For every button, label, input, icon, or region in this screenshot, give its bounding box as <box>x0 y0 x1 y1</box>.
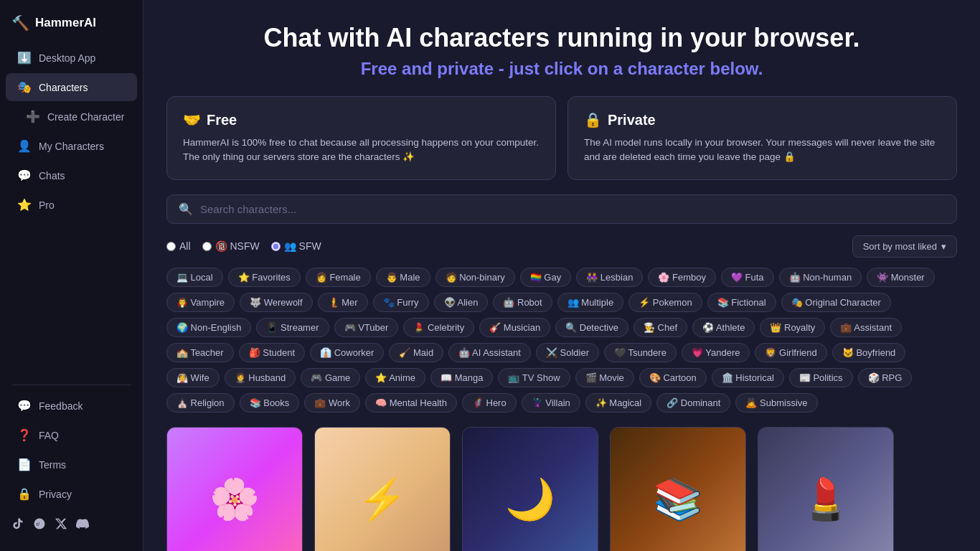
tag-vtuber[interactable]: 🎮 VTuber <box>334 318 399 337</box>
tag-chef[interactable]: 👨‍🍳 Chef <box>633 318 687 337</box>
filter-sfw[interactable]: 👥 SFW <box>271 240 321 252</box>
free-card: 🤝 Free HammerAI is 100% free to chat bec… <box>166 96 556 180</box>
tag-submissive[interactable]: 🙇 Submissive <box>735 393 817 413</box>
character-card-nanagami[interactable]: 🌙 Nanagami Rin <box>462 427 598 552</box>
tag-werewolf[interactable]: 🐺 Werewolf <box>240 293 313 312</box>
tag-work[interactable]: 💼 Work <box>304 393 360 413</box>
tag-row: 🌍 Non-English📱 Streamer🎮 VTuber💄 Celebri… <box>166 318 957 337</box>
app-logo[interactable]: 🔨 HammerAI <box>0 9 143 43</box>
tag-lesbian[interactable]: 👭 Lesbian <box>576 268 643 287</box>
tag-mental-health[interactable]: 🧠 Mental Health <box>365 393 457 413</box>
tag-tsundere[interactable]: 🖤 Tsundere <box>604 343 677 362</box>
private-card-title: 🔒 Private <box>584 111 941 128</box>
tag-femboy[interactable]: 🌸 Femboy <box>648 268 716 287</box>
tag-detective[interactable]: 🔍 Detective <box>555 318 628 337</box>
sidebar-item-terms[interactable]: 📄 Terms <box>6 451 137 479</box>
tag-alien[interactable]: 👽 Alien <box>434 293 489 312</box>
character-emoji-denki: ⚡ <box>357 476 407 523</box>
tag-furry[interactable]: 🐾 Furry <box>373 293 429 312</box>
character-card-denki[interactable]: ⚡ Streamer Bf Denki Kamanari <box>314 427 451 552</box>
tag-assistant[interactable]: 💼 Assistant <box>830 318 902 337</box>
character-card-lily[interactable]: 💄 Lily Johnson <box>758 427 894 552</box>
tag-non-english[interactable]: 🌍 Non-English <box>166 318 251 337</box>
character-emoji-cora: 📚 <box>653 476 703 523</box>
tag-maid[interactable]: 🧹 Maid <box>389 343 443 362</box>
tag-husband[interactable]: 🤵 Husband <box>225 368 296 387</box>
tag-tv-show[interactable]: 📺 TV Show <box>498 368 570 387</box>
tag-coworker[interactable]: 👔 Coworker <box>310 343 384 362</box>
tag-robot[interactable]: 🤖 Robot <box>493 293 552 312</box>
tag-yandere[interactable]: 💗 Yandere <box>682 343 750 362</box>
sidebar-item-label: Pro <box>39 199 55 211</box>
tag-soldier[interactable]: ⚔️ Soldier <box>536 343 599 362</box>
tag-manga[interactable]: 📖 Manga <box>430 368 493 387</box>
sidebar-item-characters[interactable]: 🎭 Characters <box>6 73 137 101</box>
tag-cartoon[interactable]: 🎨 Cartoon <box>639 368 707 387</box>
tag-religion[interactable]: ⛪ Religion <box>166 393 235 413</box>
tag-gay[interactable]: 🏳️‍🌈 Gay <box>520 268 571 287</box>
tag-student[interactable]: 🎒 Student <box>239 343 305 362</box>
tag-male[interactable]: 👨 Male <box>376 268 430 287</box>
tag-villain[interactable]: 🦹 Villain <box>522 393 580 413</box>
tag-girlfriend[interactable]: 🦁 Girlfriend <box>755 343 826 362</box>
character-image-denki: ⚡ <box>315 428 450 552</box>
faq-icon: ❓ <box>17 428 32 442</box>
sidebar-item-my-characters[interactable]: 👤 My Characters <box>6 132 137 160</box>
character-image-nanagami: 🌙 <box>463 428 598 552</box>
tag-teacher[interactable]: 🏫 Teacher <box>166 343 234 362</box>
tag-futa[interactable]: 💜 Futa <box>721 268 774 287</box>
tag-game[interactable]: 🎮 Game <box>301 368 360 387</box>
tag-local[interactable]: 💻 Local <box>166 268 223 287</box>
tag-streamer[interactable]: 📱 Streamer <box>256 318 329 337</box>
tag-hero[interactable]: 🦸 Hero <box>462 393 517 413</box>
filter-radio-group: All 🔞 NSFW 👥 SFW <box>166 240 845 252</box>
tiktok-icon[interactable] <box>11 517 24 534</box>
search-input[interactable] <box>200 203 945 215</box>
tag-politics[interactable]: 📰 Politics <box>789 368 853 387</box>
tag-athlete[interactable]: ⚽ Athlete <box>692 318 755 337</box>
tag-mer[interactable]: 🧜 Mer <box>318 293 368 312</box>
filter-nsfw[interactable]: 🔞 NSFW <box>202 240 260 252</box>
tag-wife[interactable]: 👰 Wife <box>166 368 220 387</box>
tag-musician[interactable]: 🎸 Musician <box>479 318 550 337</box>
twitter-icon[interactable] <box>55 517 67 534</box>
tag-original-character[interactable]: 🎭 Original Character <box>781 293 891 312</box>
sidebar-item-create-character[interactable]: ➕ Create Character <box>6 103 137 131</box>
tag-royalty[interactable]: 👑 Royalty <box>760 318 825 337</box>
tag-movie[interactable]: 🎬 Movie <box>575 368 634 387</box>
sidebar-item-pro[interactable]: ⭐ Pro <box>6 191 137 219</box>
character-image-cora: 📚 <box>611 428 745 552</box>
tag-pokemon[interactable]: ⚡ Pokemon <box>628 293 702 312</box>
reddit-icon[interactable]: r/ <box>33 517 46 534</box>
sidebar-item-faq[interactable]: ❓ FAQ <box>6 421 137 449</box>
sidebar-item-chats[interactable]: 💬 Chats <box>6 161 137 189</box>
tag-historical[interactable]: 🏛️ Historical <box>712 368 784 387</box>
tag-vampire[interactable]: 🧛 Vampire <box>166 293 235 312</box>
search-icon: 🔍 <box>179 202 193 216</box>
tag-multiple[interactable]: 👥 Multiple <box>557 293 623 312</box>
tag-row: 🏫 Teacher🎒 Student👔 Coworker🧹 Maid🤖 AI A… <box>166 343 957 362</box>
filter-all[interactable]: All <box>166 240 191 252</box>
tag-anime[interactable]: ⭐ Anime <box>365 368 425 387</box>
tag-fictional[interactable]: 📚 Fictional <box>707 293 776 312</box>
character-card-cora[interactable]: 📚 Cora <box>610 427 746 552</box>
tag-dominant[interactable]: 🔗 Dominant <box>656 393 730 413</box>
tag-non-binary[interactable]: 🧑 Non-binary <box>435 268 515 287</box>
tag-favorites[interactable]: ⭐ Favorites <box>228 268 301 287</box>
sort-button[interactable]: Sort by most liked ▾ <box>852 235 957 258</box>
tag-monster[interactable]: 👾 Monster <box>867 268 935 287</box>
tag-rpg[interactable]: 🎲 RPG <box>858 368 913 387</box>
character-card-abby[interactable]: 🌸 Abby <box>166 427 303 552</box>
tag-ai-assistant[interactable]: 🤖 AI Assistant <box>448 343 531 362</box>
tag-boyfriend[interactable]: 🐱 Boyfriend <box>832 343 906 362</box>
tag-non-human[interactable]: 🤖 Non-human <box>779 268 862 287</box>
tag-books[interactable]: 📚 Books <box>240 393 300 413</box>
sidebar-item-desktop-app[interactable]: ⬇️ Desktop App <box>6 44 137 72</box>
tag-female[interactable]: 👩 Female <box>306 268 371 287</box>
sidebar-item-label: Desktop App <box>39 52 95 64</box>
discord-icon[interactable] <box>76 517 89 534</box>
tag-magical[interactable]: ✨ Magical <box>585 393 651 413</box>
sidebar-item-privacy[interactable]: 🔒 Privacy <box>6 480 137 508</box>
tag-celebrity[interactable]: 💄 Celebrity <box>403 318 474 337</box>
sidebar-item-feedback[interactable]: 💬 Feedback <box>6 392 137 420</box>
